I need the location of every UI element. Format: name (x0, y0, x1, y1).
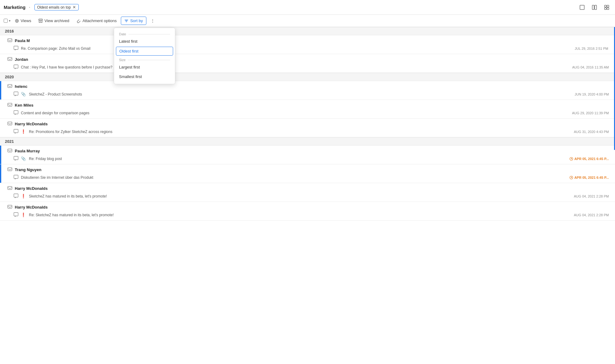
split-view-icon (592, 5, 597, 10)
email-thread[interactable]: Paula Murray📎Re: Friday blog post APR 05… (0, 146, 615, 164)
email-subject-text: Chat : Hey Pat, I have few questions bef… (21, 65, 570, 69)
email-subject-text: Content and design for comparison pages (21, 111, 569, 115)
attachment-icon (77, 19, 81, 23)
oldest-first-option[interactable]: Oldest first (116, 47, 173, 56)
email-sender-name: Trang Nguyen (15, 167, 610, 172)
thread-indicator (0, 146, 1, 164)
svg-rect-13 (14, 65, 18, 68)
email-subject-text: Re: SketcheZ has matured in its beta, le… (29, 213, 571, 217)
sort-by-button[interactable]: Sort by (121, 17, 146, 25)
email-sender-name: helenc (15, 84, 610, 89)
email-subject-row: 📎Re: Friday blog post APR 05, 2021 6:45 … (0, 155, 615, 164)
reply-icon (14, 156, 18, 162)
email-sender-name: Ken Miles (15, 103, 610, 108)
email-thread[interactable]: Ken MilesContent and design for comparis… (0, 100, 615, 119)
reply-icon (14, 129, 18, 135)
active-filter-tag[interactable]: Oldest emails on top ✕ (34, 4, 79, 10)
reply-icon (14, 91, 18, 97)
checkbox-dropdown-arrow[interactable]: ▾ (9, 19, 10, 22)
email-sender-row: Harry McDonalds (0, 119, 615, 128)
svg-rect-18 (8, 122, 12, 125)
inbox-icon (7, 167, 12, 173)
email-subject-text: SketcheZ - Product Screenshots (29, 92, 572, 96)
email-thread[interactable]: Harry McDonalds❗SketcheZ has matured in … (0, 183, 615, 202)
email-thread[interactable]: JordanChat : Hey Pat, I have few questio… (0, 54, 615, 73)
email-thread[interactable]: Harry McDonalds❗Re: SketcheZ has matured… (0, 202, 615, 221)
view-split-button[interactable] (590, 3, 599, 11)
svg-rect-3 (605, 5, 606, 7)
size-section-label: Size (114, 56, 175, 62)
reply-icon (14, 193, 18, 199)
email-thread[interactable]: Paula MRe. Comparison page: Zoho Mail vs… (0, 35, 615, 54)
year-group-header: 2021 (0, 137, 615, 146)
email-subject-row: Re. Comparison page: Zoho Mail vs GmailJ… (0, 45, 614, 54)
email-list: 2016Paula MRe. Comparison page: Zoho Mai… (0, 27, 615, 364)
svg-rect-24 (14, 175, 18, 178)
email-subject-text: SketcheZ has matured in its beta, let's … (29, 194, 571, 198)
year-group-header: 2020 (0, 73, 615, 81)
urgent-icon: ❗ (21, 213, 26, 217)
svg-rect-19 (14, 129, 18, 133)
year-group-header: 2016 (0, 27, 615, 35)
email-date: APR 05, 2021 6:45 P... (569, 157, 610, 161)
toolbar-right (577, 3, 611, 11)
latest-first-option[interactable]: Latest first (114, 37, 175, 46)
attachment-icon: 📎 (21, 92, 26, 96)
svg-rect-14 (8, 84, 12, 88)
email-date: AUG 04, 2021 2:28 PM (574, 213, 610, 217)
email-sender-row: Ken Miles (0, 100, 615, 109)
smallest-first-option[interactable]: Smallest first (114, 72, 175, 81)
email-sender-name: Harry McDonalds (15, 122, 610, 126)
email-subject-row: Content and design for comparison pagesA… (0, 109, 615, 118)
remove-filter-button[interactable]: ✕ (73, 5, 76, 10)
email-thread[interactable]: Trang NguyenDiskutieren Sie im Internet … (0, 164, 615, 183)
email-date: AUG 29, 2020 11:39 PM (572, 111, 610, 115)
email-sender-row: Paula Murray (0, 146, 615, 155)
email-date: AUG 31, 2020 4:43 PM (574, 130, 610, 134)
svg-rect-10 (8, 39, 12, 42)
more-options-button[interactable]: ⋮ (148, 17, 158, 25)
attachment-options-button[interactable]: Attachment options (73, 17, 120, 25)
largest-first-label: Largest first (119, 65, 140, 69)
svg-rect-6 (607, 8, 609, 10)
email-date: JUN 19, 2020 4:00 PM (575, 92, 610, 96)
sort-icon (124, 19, 129, 23)
topbar: Marketing • Oldest emails on top ✕ (0, 0, 615, 15)
svg-point-8 (16, 20, 18, 22)
email-subject-row: ❗Re: SketcheZ has matured in its beta, l… (0, 211, 615, 220)
email-subject-text: Re: Promotions for Zylker SketcheZ acros… (29, 130, 571, 134)
select-all-checkbox[interactable] (4, 19, 8, 23)
email-subject-row: ❗Re: Promotions for Zylker SketcheZ acro… (0, 128, 615, 137)
views-label: Views (21, 18, 31, 23)
email-subject-row: Diskutieren Sie im Internet über das Pro… (0, 174, 615, 183)
svg-rect-4 (607, 5, 609, 7)
email-sender-row: Harry McDonalds (0, 202, 615, 211)
inbox-icon (7, 84, 12, 89)
svg-rect-5 (605, 8, 606, 10)
email-sender-row: Trang Nguyen (0, 164, 615, 174)
oldest-first-label: Oldest first (119, 49, 138, 53)
email-sender-row: Jordan (0, 54, 615, 64)
email-date: APR 05, 2021 6:45 P... (569, 176, 610, 179)
email-subject-row: Chat : Hey Pat, I have few questions bef… (0, 64, 615, 72)
svg-rect-9 (39, 19, 42, 20)
email-thread[interactable]: Harry McDonalds❗Re: Promotions for Zylke… (0, 119, 615, 137)
email-sender-name: Jordan (15, 57, 610, 62)
largest-first-option[interactable]: Largest first (114, 62, 175, 72)
svg-rect-12 (8, 57, 12, 61)
email-thread[interactable]: helenc📎SketcheZ - Product ScreenshotsJUN… (0, 81, 615, 100)
email-sender-name: Paula Murray (15, 149, 610, 153)
view-archived-button[interactable]: View archived (35, 17, 72, 25)
views-icon (15, 19, 19, 23)
view-single-button[interactable] (577, 3, 587, 11)
svg-rect-0 (580, 5, 584, 10)
view-grid-button[interactable] (602, 3, 611, 11)
reply-icon (14, 110, 18, 116)
attachment-icon: 📎 (21, 156, 26, 161)
email-sender-row: Paula M (0, 35, 614, 45)
svg-rect-28 (8, 205, 12, 208)
select-all-checkbox-wrapper[interactable]: ▾ (4, 19, 10, 23)
email-subject-text: Re. Comparison page: Zoho Mail vs Gmail (21, 46, 572, 51)
svg-rect-2 (595, 5, 597, 10)
views-button[interactable]: Views (12, 17, 34, 25)
